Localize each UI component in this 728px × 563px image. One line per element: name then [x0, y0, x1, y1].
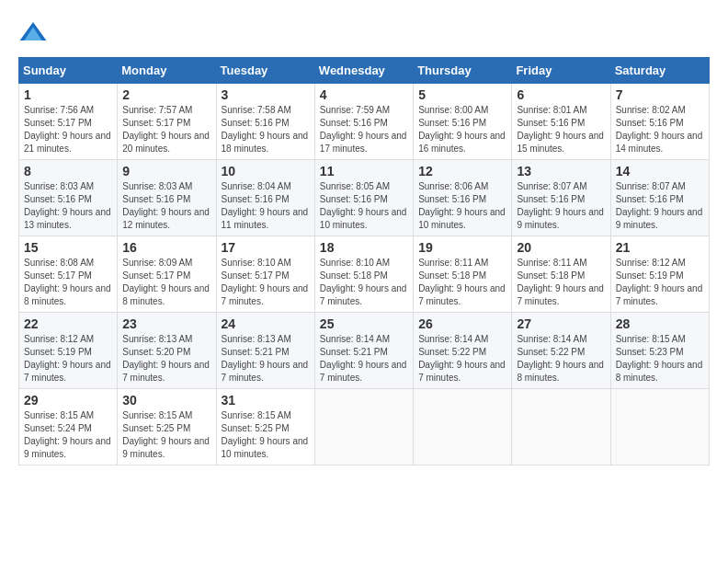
day-info: Sunrise: 8:03 AMSunset: 5:16 PMDaylight:… [24, 180, 112, 232]
day-number: 19 [418, 240, 506, 255]
day-number: 12 [418, 164, 506, 178]
day-info: Sunrise: 8:13 AMSunset: 5:20 PMDaylight:… [122, 333, 210, 385]
day-number: 11 [320, 164, 408, 178]
calendar-cell: 17 Sunrise: 8:10 AMSunset: 5:17 PMDaylig… [216, 236, 314, 313]
day-info: Sunrise: 8:12 AMSunset: 5:19 PMDaylight:… [24, 333, 112, 385]
calendar-cell: 12 Sunrise: 8:06 AMSunset: 5:16 PMDaylig… [414, 160, 512, 236]
calendar-cell: 25 Sunrise: 8:14 AMSunset: 5:21 PMDaylig… [314, 313, 413, 389]
day-number: 29 [24, 393, 112, 408]
header-friday: Friday [512, 58, 610, 84]
calendar-cell: 26 Sunrise: 8:14 AMSunset: 5:22 PMDaylig… [414, 313, 512, 389]
header-thursday: Thursday [414, 58, 512, 84]
day-number: 9 [122, 164, 210, 178]
header-monday: Monday [118, 58, 216, 84]
day-info: Sunrise: 8:07 AMSunset: 5:16 PMDaylight:… [616, 180, 704, 232]
calendar-week-3: 15 Sunrise: 8:08 AMSunset: 5:17 PMDaylig… [19, 236, 710, 313]
calendar-cell [314, 389, 413, 465]
day-number: 10 [222, 164, 310, 178]
day-info: Sunrise: 8:12 AMSunset: 5:19 PMDaylight:… [616, 257, 704, 308]
calendar-cell [414, 389, 512, 465]
calendar-cell: 2 Sunrise: 7:57 AMSunset: 5:17 PMDayligh… [118, 84, 216, 160]
day-info: Sunrise: 8:11 AMSunset: 5:18 PMDaylight:… [517, 257, 605, 308]
day-info: Sunrise: 8:15 AMSunset: 5:25 PMDaylight:… [222, 409, 310, 461]
calendar-week-1: 1 Sunrise: 7:56 AMSunset: 5:17 PMDayligh… [19, 84, 710, 160]
day-number: 20 [517, 240, 605, 255]
day-number: 8 [24, 164, 112, 178]
day-info: Sunrise: 8:02 AMSunset: 5:16 PMDaylight:… [616, 104, 704, 155]
day-number: 16 [122, 240, 210, 255]
day-number: 6 [517, 87, 605, 102]
day-number: 13 [517, 164, 605, 178]
day-number: 25 [320, 316, 408, 331]
day-number: 24 [222, 316, 310, 331]
header-saturday: Saturday [610, 58, 709, 84]
calendar-cell: 14 Sunrise: 8:07 AMSunset: 5:16 PMDaylig… [610, 160, 709, 236]
calendar-header-row: SundayMondayTuesdayWednesdayThursdayFrid… [19, 58, 710, 84]
day-info: Sunrise: 8:15 AMSunset: 5:25 PMDaylight:… [122, 409, 210, 461]
calendar-cell: 1 Sunrise: 7:56 AMSunset: 5:17 PMDayligh… [19, 84, 118, 160]
day-number: 5 [418, 87, 506, 102]
day-number: 26 [418, 316, 506, 331]
day-info: Sunrise: 8:11 AMSunset: 5:18 PMDaylight:… [418, 257, 506, 308]
calendar-cell: 7 Sunrise: 8:02 AMSunset: 5:16 PMDayligh… [610, 84, 709, 160]
day-number: 30 [122, 393, 210, 408]
calendar-cell: 5 Sunrise: 8:00 AMSunset: 5:16 PMDayligh… [414, 84, 512, 160]
header-sunday: Sunday [19, 58, 118, 84]
calendar-cell: 11 Sunrise: 8:05 AMSunset: 5:16 PMDaylig… [314, 160, 413, 236]
calendar-cell: 10 Sunrise: 8:04 AMSunset: 5:16 PMDaylig… [216, 160, 314, 236]
calendar-cell: 9 Sunrise: 8:03 AMSunset: 5:16 PMDayligh… [118, 160, 216, 236]
day-info: Sunrise: 8:15 AMSunset: 5:24 PMDaylight:… [24, 409, 112, 461]
header-tuesday: Tuesday [216, 58, 314, 84]
day-info: Sunrise: 8:08 AMSunset: 5:17 PMDaylight:… [24, 257, 112, 308]
day-info: Sunrise: 8:03 AMSunset: 5:16 PMDaylight:… [122, 180, 210, 232]
day-info: Sunrise: 7:56 AMSunset: 5:17 PMDaylight:… [24, 104, 112, 155]
calendar-cell: 13 Sunrise: 8:07 AMSunset: 5:16 PMDaylig… [512, 160, 610, 236]
calendar-cell: 4 Sunrise: 7:59 AMSunset: 5:16 PMDayligh… [314, 84, 413, 160]
calendar-cell: 21 Sunrise: 8:12 AMSunset: 5:19 PMDaylig… [610, 236, 709, 313]
calendar-cell: 20 Sunrise: 8:11 AMSunset: 5:18 PMDaylig… [512, 236, 610, 313]
day-number: 18 [320, 240, 408, 255]
day-info: Sunrise: 7:59 AMSunset: 5:16 PMDaylight:… [320, 104, 408, 155]
day-number: 4 [320, 87, 408, 102]
calendar-cell: 28 Sunrise: 8:15 AMSunset: 5:23 PMDaylig… [610, 313, 709, 389]
day-info: Sunrise: 8:14 AMSunset: 5:21 PMDaylight:… [320, 333, 408, 385]
day-number: 2 [122, 87, 210, 102]
calendar-week-5: 29 Sunrise: 8:15 AMSunset: 5:24 PMDaylig… [19, 389, 710, 465]
calendar-cell: 30 Sunrise: 8:15 AMSunset: 5:25 PMDaylig… [118, 389, 216, 465]
calendar-cell: 27 Sunrise: 8:14 AMSunset: 5:22 PMDaylig… [512, 313, 610, 389]
day-info: Sunrise: 8:00 AMSunset: 5:16 PMDaylight:… [418, 104, 506, 155]
day-number: 31 [222, 393, 310, 408]
day-info: Sunrise: 8:07 AMSunset: 5:16 PMDaylight:… [517, 180, 605, 232]
day-number: 3 [222, 87, 310, 102]
calendar-cell: 15 Sunrise: 8:08 AMSunset: 5:17 PMDaylig… [19, 236, 118, 313]
calendar-cell: 29 Sunrise: 8:15 AMSunset: 5:24 PMDaylig… [19, 389, 118, 465]
day-info: Sunrise: 8:09 AMSunset: 5:17 PMDaylight:… [122, 257, 210, 308]
day-number: 22 [24, 316, 112, 331]
calendar-cell: 8 Sunrise: 8:03 AMSunset: 5:16 PMDayligh… [19, 160, 118, 236]
day-number: 14 [616, 164, 704, 178]
header-wednesday: Wednesday [314, 58, 413, 84]
logo [18, 18, 53, 48]
day-info: Sunrise: 8:05 AMSunset: 5:16 PMDaylight:… [320, 180, 408, 232]
day-number: 15 [24, 240, 112, 255]
calendar-cell: 18 Sunrise: 8:10 AMSunset: 5:18 PMDaylig… [314, 236, 413, 313]
calendar-cell: 31 Sunrise: 8:15 AMSunset: 5:25 PMDaylig… [216, 389, 314, 465]
day-info: Sunrise: 8:13 AMSunset: 5:21 PMDaylight:… [222, 333, 310, 385]
day-number: 23 [122, 316, 210, 331]
day-info: Sunrise: 8:14 AMSunset: 5:22 PMDaylight:… [418, 333, 506, 385]
day-info: Sunrise: 8:10 AMSunset: 5:17 PMDaylight:… [222, 257, 310, 308]
calendar-cell: 6 Sunrise: 8:01 AMSunset: 5:16 PMDayligh… [512, 84, 610, 160]
calendar-cell: 19 Sunrise: 8:11 AMSunset: 5:18 PMDaylig… [414, 236, 512, 313]
day-info: Sunrise: 8:14 AMSunset: 5:22 PMDaylight:… [517, 333, 605, 385]
day-info: Sunrise: 7:57 AMSunset: 5:17 PMDaylight:… [122, 104, 210, 155]
calendar-week-2: 8 Sunrise: 8:03 AMSunset: 5:16 PMDayligh… [19, 160, 710, 236]
day-number: 21 [616, 240, 704, 255]
calendar-table: SundayMondayTuesdayWednesdayThursdayFrid… [18, 57, 710, 465]
day-info: Sunrise: 8:04 AMSunset: 5:16 PMDaylight:… [222, 180, 310, 232]
day-info: Sunrise: 8:10 AMSunset: 5:18 PMDaylight:… [320, 257, 408, 308]
day-info: Sunrise: 8:15 AMSunset: 5:23 PMDaylight:… [616, 333, 704, 385]
day-number: 17 [222, 240, 310, 255]
calendar-week-4: 22 Sunrise: 8:12 AMSunset: 5:19 PMDaylig… [19, 313, 710, 389]
calendar-cell [610, 389, 709, 465]
calendar-cell: 16 Sunrise: 8:09 AMSunset: 5:17 PMDaylig… [118, 236, 216, 313]
